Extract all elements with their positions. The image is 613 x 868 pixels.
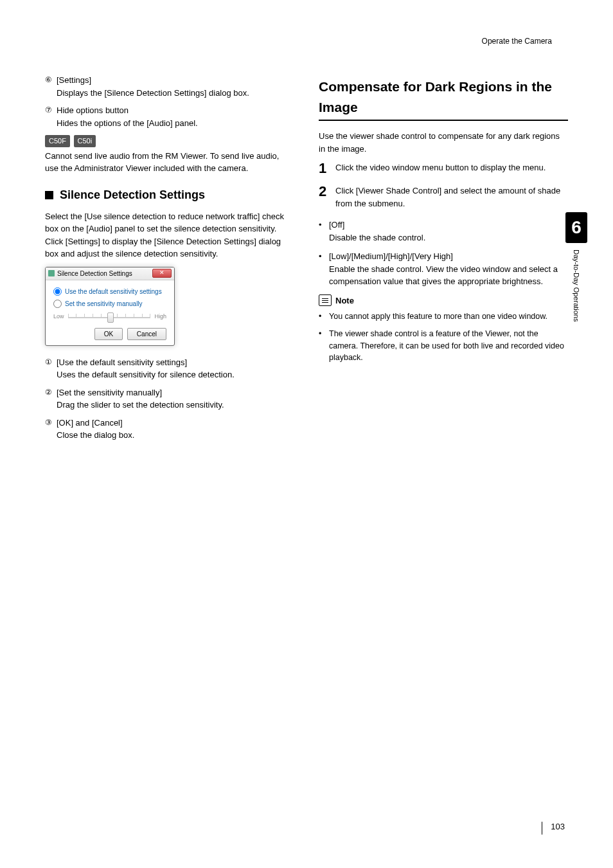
list-item: ⑥ [Settings] Displays the [Silence Detec… — [45, 74, 294, 99]
radio-default-sensitivity[interactable]: Use the default sensitivity settings — [53, 287, 166, 296]
radio-label: Use the default sensitivity settings — [65, 287, 162, 296]
radio-input[interactable] — [53, 300, 62, 308]
note-item: • You cannot apply this feature to more … — [319, 311, 568, 323]
option-item: • [Off] Disable the shade control. — [319, 219, 568, 244]
bullet-icon: • — [319, 311, 329, 323]
radio-manual-sensitivity[interactable]: Set the sensitivity manually — [53, 299, 166, 309]
item-title: [Use the default sensitivity settings] — [57, 356, 294, 369]
slider-low-label: Low — [53, 312, 64, 321]
item-marker: ② — [45, 386, 57, 411]
close-icon[interactable]: ✕ — [152, 269, 172, 278]
note-text: You cannot apply this feature to more th… — [329, 311, 547, 323]
item-title: [Set the sensitivity manually] — [57, 386, 294, 399]
sensitivity-slider[interactable]: Low High — [53, 312, 166, 321]
list-item: ② [Set the sensitivity manually] Drag th… — [45, 386, 294, 411]
chapter-number: 6 — [565, 212, 587, 243]
radio-input[interactable] — [53, 287, 62, 296]
option-desc: Enable the shade control. View the video… — [329, 263, 568, 288]
page-number: 103 — [551, 820, 565, 833]
item-marker: ③ — [45, 417, 57, 442]
page-number-divider — [542, 822, 542, 835]
item-title: [OK] and [Cancel] — [57, 417, 294, 429]
step-text: Click [Viewer Shade Control] and select … — [335, 185, 568, 210]
item-marker: ⑥ — [45, 74, 57, 99]
item-title: [Settings] — [57, 74, 294, 87]
radio-label: Set the sensitivity manually — [65, 299, 143, 309]
cancel-button[interactable]: Cancel — [127, 328, 166, 340]
note-header: Note — [319, 294, 568, 307]
dialog-titlebar: Silence Detection Settings ✕ — [46, 267, 174, 280]
note-item: • The viewer shade control is a feature … — [319, 328, 568, 364]
item-desc: Drag the slider to set the detection sen… — [57, 399, 294, 411]
chapter-title: Day-to-Day Operations — [571, 249, 582, 322]
step-item: 2 Click [Viewer Shade Control] and selec… — [319, 185, 568, 210]
subheading-row: Silence Detection Settings — [45, 186, 294, 204]
ok-button[interactable]: OK — [94, 328, 123, 340]
option-desc: Disable the shade control. — [329, 231, 425, 244]
body-text: Select the [Use silence detection to red… — [45, 210, 294, 260]
list-item: ③ [OK] and [Cancel] Close the dialog box… — [45, 417, 294, 442]
item-desc: Uses the default sensitivity for silence… — [57, 368, 294, 381]
note-list: • You cannot apply this feature to more … — [319, 311, 568, 364]
step-number: 2 — [319, 185, 329, 210]
breadcrumb: Operate the Camera — [482, 35, 552, 47]
subheading: Silence Detection Settings — [60, 186, 205, 204]
section-heading: Compensate for Dark Regions in the Image — [319, 77, 568, 121]
left-column: ⑥ [Settings] Displays the [Silence Detec… — [45, 74, 294, 447]
item-title: Hide options button — [57, 104, 294, 117]
step-number: 1 — [319, 161, 329, 176]
step-item: 1 Click the video window menu button to … — [319, 161, 568, 176]
item-marker: ⑦ — [45, 104, 57, 129]
model-badges: C50F C50i — [45, 134, 294, 147]
list-item: ⑦ Hide options button Hides the options … — [45, 104, 294, 129]
body-text: Use the viewer shade control to compensa… — [319, 130, 568, 155]
slider-thumb[interactable] — [107, 312, 114, 323]
model-badge: C50i — [74, 135, 96, 147]
item-desc: Displays the [Silence Detection Settings… — [57, 87, 294, 100]
model-badge: C50F — [45, 135, 70, 147]
bullet-icon: • — [319, 328, 329, 364]
dialog-app-icon — [48, 270, 55, 276]
note-label: Note — [335, 294, 354, 307]
item-desc: Hides the options of the [Audio] panel. — [57, 117, 294, 130]
step-text: Click the video window menu button to di… — [335, 161, 546, 176]
item-marker: ① — [45, 356, 57, 381]
bullet-icon: • — [319, 219, 329, 244]
square-bullet-icon — [45, 191, 53, 199]
dialog-title-text: Silence Detection Settings — [57, 269, 132, 278]
bullet-icon: • — [319, 250, 329, 288]
silence-detection-dialog: Silence Detection Settings ✕ Use the def… — [45, 267, 175, 346]
note-icon — [319, 294, 332, 306]
slider-high-label: High — [154, 312, 166, 321]
option-item: • [Low]/[Medium]/[High]/[Very High] Enab… — [319, 250, 568, 288]
item-desc: Close the dialog box. — [57, 429, 294, 442]
badge-note: Cannot send live audio from the RM Viewe… — [45, 150, 294, 175]
list-item: ① [Use the default sensitivity settings]… — [45, 356, 294, 381]
right-column: Compensate for Dark Regions in the Image… — [319, 74, 568, 447]
note-text: The viewer shade control is a feature of… — [329, 328, 568, 364]
chapter-tab: 6 Day-to-Day Operations — [565, 212, 587, 322]
option-title: [Off] — [329, 219, 425, 231]
option-title: [Low]/[Medium]/[High]/[Very High] — [329, 250, 568, 263]
